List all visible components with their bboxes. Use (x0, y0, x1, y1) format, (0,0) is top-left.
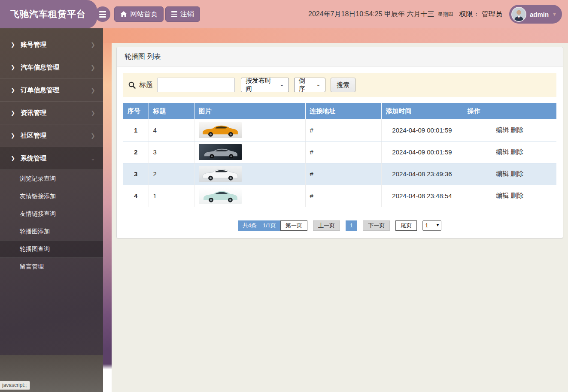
delete-link[interactable]: 删除 (510, 192, 523, 199)
chevron-right-icon: ❯ (11, 110, 15, 116)
logout-label: 注销 (180, 10, 194, 19)
chevron-down-icon: ⌄ (316, 81, 321, 87)
app-logo: 飞驰汽车租赁平台 (0, 0, 97, 28)
col-header-image: 图片 (194, 103, 305, 119)
table-header-row: 序号 标题 图片 连接地址 添加时间 操作 (123, 103, 556, 119)
panel-title: 轮播图 列表 (117, 47, 563, 66)
pagination: 共4条1/1页 第一页 上一页 1 下一页 尾页 1 ▾ (123, 220, 556, 231)
app-title: 飞驰汽车租赁平台 (10, 8, 86, 20)
nav-home-label: 网站首页 (130, 10, 158, 19)
chevron-right-icon: ❯ (91, 87, 95, 93)
search-field-label: 标题 (139, 81, 153, 90)
carousel-table: 序号 标题 图片 连接地址 添加时间 操作 1 4 (123, 103, 556, 207)
sort-field-select[interactable]: 按发布时间 ⌄ (241, 78, 289, 92)
prev-page-button[interactable]: 上一页 (313, 220, 340, 231)
sidebar-item-orders[interactable]: ❯ 订单信息管理 ❯ (0, 79, 103, 102)
system-submenu: 浏览记录查询 友情链接添加 友情链接查询 轮播图添加 轮播图查询 留言管理 (0, 170, 103, 275)
edit-link[interactable]: 编辑 (496, 126, 509, 133)
chevron-right-icon: ❯ (91, 42, 95, 48)
browser-status-tooltip: javascript:; (0, 381, 30, 390)
col-header-index: 序号 (123, 103, 149, 119)
edit-link[interactable]: 编辑 (496, 148, 509, 155)
carousel-image (199, 144, 242, 160)
pagination-summary: 共4条1/1页 (238, 220, 280, 231)
first-page-button[interactable]: 第一页 (280, 220, 307, 231)
datetime-text: 2024年7月18日10:54:25 甲辰年 六月十三 (308, 10, 434, 19)
sidebar-item-community[interactable]: ❯ 社区管理 ❯ (0, 124, 103, 147)
chevron-down-icon: ▾ (437, 222, 439, 228)
search-bar: 标题 按发布时间 ⌄ 倒序 ⌄ 搜索 (123, 73, 556, 97)
carousel-list-panel: 轮播图 列表 标题 按发布时间 ⌄ 倒序 ⌄ 搜索 (116, 47, 563, 238)
delete-link[interactable]: 删除 (510, 170, 523, 177)
table-row: 4 1 (123, 185, 556, 207)
sidebar-item-news[interactable]: ❯ 资讯管理 ❯ (0, 102, 103, 124)
chevron-down-icon: ⌄ (279, 81, 284, 87)
submenu-carousel-add[interactable]: 轮播图添加 (0, 223, 103, 240)
submenu-message-manage[interactable]: 留言管理 (0, 258, 103, 275)
table-row: 1 4 (123, 119, 556, 141)
col-header-actions: 操作 (463, 103, 556, 119)
background-band (103, 28, 568, 43)
chevron-right-icon: ❯ (91, 110, 95, 116)
page: 2024年7月18日10:54:25 甲辰年 六月十三 星期四 权限： 管理员 … (0, 0, 568, 392)
table-row: 2 3 (123, 141, 556, 163)
col-header-link: 连接地址 (305, 103, 381, 119)
permission-text: 权限： 管理员 (459, 10, 502, 19)
next-page-button[interactable]: 下一页 (363, 220, 390, 231)
submenu-carousel-query[interactable]: 轮播图查询 (0, 240, 103, 258)
col-header-title: 标题 (149, 103, 194, 119)
sidebar-menu: ❯ 账号管理 ❯ ❯ 汽车信息管理 ❯ ❯ 订单信息管理 ❯ ❯ 资讯管理 ❯ … (0, 28, 103, 275)
submenu-browse-history[interactable]: 浏览记录查询 (0, 170, 103, 187)
title-search-input[interactable] (157, 78, 235, 92)
user-menu[interactable]: admin ▼ (509, 5, 562, 24)
submenu-friendlink-query[interactable]: 友情链接查询 (0, 205, 103, 223)
carousel-image (199, 166, 242, 182)
sort-order-select[interactable]: 倒序 ⌄ (294, 78, 325, 92)
submenu-friendlink-add[interactable]: 友情链接添加 (0, 187, 103, 205)
sidebar-toggle-button[interactable] (95, 6, 110, 22)
sidebar-item-car-info[interactable]: ❯ 汽车信息管理 ❯ (0, 56, 103, 79)
col-header-time: 添加时间 (381, 103, 463, 119)
search-icon (128, 81, 136, 89)
chevron-right-icon: ❯ (91, 64, 95, 71)
logout-icon (171, 11, 177, 17)
chevron-right-icon: ❯ (91, 133, 95, 139)
edit-link[interactable]: 编辑 (496, 192, 509, 199)
chevron-right-icon: ❯ (11, 64, 15, 70)
sidebar: ❯ 账号管理 ❯ ❯ 汽车信息管理 ❯ ❯ 订单信息管理 ❯ ❯ 资讯管理 ❯ … (0, 28, 103, 392)
chevron-down-icon: ▼ (552, 12, 557, 17)
table-row: 3 2 (123, 163, 556, 185)
delete-link[interactable]: 删除 (510, 148, 523, 155)
chevron-right-icon: ❯ (11, 155, 15, 161)
carousel-image (199, 122, 242, 138)
search-button[interactable]: 搜索 (331, 78, 355, 92)
chevron-right-icon: ❯ (11, 133, 15, 139)
delete-link[interactable]: 删除 (510, 126, 523, 133)
avatar (511, 7, 526, 22)
logout-button[interactable]: 注销 (165, 6, 200, 22)
nav-home-button[interactable]: 网站首页 (114, 6, 164, 22)
chevron-right-icon: ❯ (11, 42, 15, 48)
sidebar-item-account[interactable]: ❯ 账号管理 ❯ (0, 33, 103, 56)
current-page-button[interactable]: 1 (346, 220, 357, 231)
sidebar-item-system[interactable]: ❯ 系统管理 ⌄ (0, 147, 103, 170)
chevron-right-icon: ❯ (11, 87, 15, 93)
username: admin (530, 11, 549, 18)
header-right-cluster: 2024年7月18日10:54:25 甲辰年 六月十三 星期四 权限： 管理员 … (308, 0, 562, 28)
last-page-button[interactable]: 尾页 (395, 220, 417, 231)
weekday-text: 星期四 (437, 11, 453, 18)
home-icon (120, 11, 127, 18)
main-content: 轮播图 列表 标题 按发布时间 ⌄ 倒序 ⌄ 搜索 (112, 43, 568, 392)
chevron-down-icon: ⌄ (91, 155, 95, 162)
edit-link[interactable]: 编辑 (496, 170, 509, 177)
page-select[interactable]: 1 ▾ (422, 220, 441, 231)
carousel-image (199, 188, 242, 204)
background-gradient-strip (103, 43, 112, 392)
